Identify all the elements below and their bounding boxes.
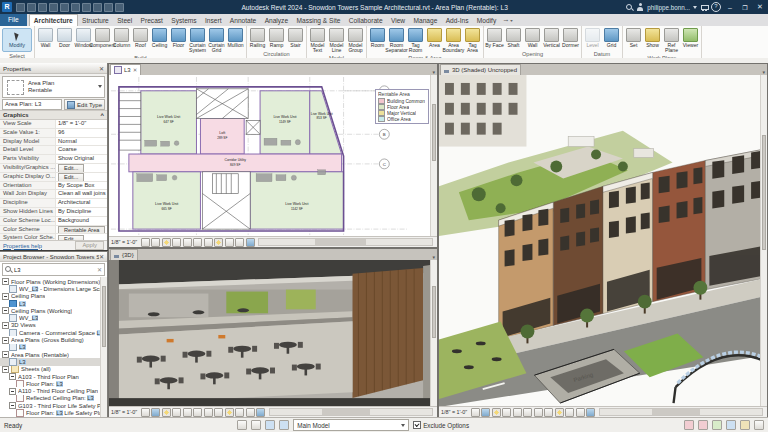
shaft-button[interactable]: Shaft (504, 27, 523, 48)
horizontal-scrollbar[interactable] (269, 408, 433, 416)
floor-button[interactable]: Floor (169, 27, 188, 48)
railing-button[interactable]: Railing (248, 27, 267, 48)
room-separator-button[interactable]: Room Separator (387, 27, 406, 54)
collapse-icon[interactable] (9, 373, 16, 380)
print-icon[interactable] (60, 3, 69, 12)
scale-control[interactable]: 1/8" = 1'-0" (111, 409, 137, 415)
undo-icon[interactable] (38, 3, 47, 12)
close-properties-icon[interactable] (99, 65, 104, 72)
select-pinned-icon[interactable] (712, 420, 722, 430)
measure-icon[interactable] (71, 3, 80, 12)
browser-search-input[interactable] (14, 267, 95, 273)
browser-view-item[interactable]: WV_L3 (0, 314, 107, 321)
collapse-icon[interactable] (2, 322, 9, 329)
model-text-button[interactable]: Model Text (308, 27, 327, 54)
temporary-view-properties-icon[interactable] (235, 238, 244, 247)
revit-logo-icon[interactable] (2, 2, 12, 12)
collapse-icon[interactable] (2, 366, 9, 373)
temporary-hide-isolate-icon[interactable] (225, 408, 234, 417)
user-menu-caret-icon[interactable] (693, 6, 697, 9)
type-selector[interactable]: Area Plan Rentable (2, 76, 105, 98)
property-value[interactable]: By Scope Box (56, 182, 107, 190)
worksharing-icon[interactable] (237, 420, 247, 430)
displacement-icon[interactable] (246, 238, 255, 247)
close-button[interactable] (754, 2, 766, 13)
design-option-select[interactable]: Main Model (293, 419, 409, 431)
design-options-icon[interactable] (279, 420, 289, 430)
model-line-button[interactable]: Model Line (327, 27, 346, 54)
exclude-options-control[interactable]: Exclude Options (413, 421, 469, 429)
save-icon[interactable] (27, 3, 36, 12)
detail-level-icon[interactable] (141, 408, 150, 417)
browser-sheet-item[interactable]: A103 - Third Floor Plan (0, 373, 107, 380)
door-button[interactable]: Door (55, 27, 74, 48)
area-boundary-button[interactable]: Area Boundary (444, 27, 463, 54)
tab-systems[interactable]: Systems (167, 15, 201, 26)
tab-l3[interactable]: L3 (110, 64, 141, 75)
scale-control[interactable]: 1/8" = 1'-0" (111, 239, 137, 245)
minimize-button[interactable] (724, 2, 736, 13)
edit-type-button[interactable]: Edit Type (64, 99, 105, 110)
set-button[interactable]: Set (624, 27, 643, 48)
close-tab-icon[interactable] (133, 67, 138, 73)
roof-button[interactable]: Roof (131, 27, 150, 48)
browser-category-sheets[interactable]: Sheets (all) (0, 366, 107, 373)
model-group-button[interactable]: Model Group (346, 27, 365, 54)
property-value[interactable]: By Discipline (56, 208, 107, 216)
reveal-hidden-icon[interactable] (235, 408, 244, 417)
sun-path-icon[interactable] (162, 238, 171, 247)
visual-style-icon[interactable] (151, 408, 160, 417)
open-icon[interactable] (16, 3, 25, 12)
shaded-3d-canvas[interactable]: Parking (439, 75, 767, 407)
shadows-icon[interactable] (172, 408, 181, 417)
shadows-icon[interactable] (172, 238, 181, 247)
tab-annotate[interactable]: Annotate (226, 15, 261, 26)
exclude-options-checkbox[interactable] (413, 421, 421, 429)
collapse-icon[interactable] (2, 293, 9, 300)
temporary-view-properties-icon[interactable] (246, 408, 255, 417)
section-3d-canvas[interactable] (109, 260, 437, 407)
horizontal-scrollbar[interactable] (599, 408, 763, 416)
browser-scrollbar[interactable] (100, 277, 107, 419)
displacement-icon[interactable] (586, 408, 595, 417)
color-fill-legend[interactable]: Rentable Area Building Common Floor Area… (375, 89, 429, 124)
avatar[interactable] (636, 3, 644, 11)
visual-style-icon[interactable] (481, 408, 490, 417)
browser-view-item[interactable]: L3 (0, 300, 107, 307)
scale-control[interactable]: 1/8" = 1'-0" (441, 409, 467, 415)
stair-button[interactable]: Stair (286, 27, 305, 48)
horizontal-scrollbar[interactable] (258, 238, 433, 246)
show-crop-region-icon[interactable] (204, 408, 213, 417)
room-button[interactable]: Room (368, 27, 387, 48)
modify-button[interactable]: Modify (2, 28, 32, 52)
reveal-hidden-icon[interactable] (565, 408, 574, 417)
browser-sheet-view-item[interactable]: Reflected Ceiling Plan: L3 (0, 395, 107, 402)
ramp-button[interactable]: Ramp (267, 27, 286, 48)
ref-plane-button[interactable]: Ref Plane (662, 27, 681, 54)
select-by-face-icon[interactable] (726, 420, 736, 430)
collapse-icon[interactable] (2, 351, 9, 358)
active-workset-icon[interactable] (265, 420, 275, 430)
tab-add-ins[interactable]: Add-Ins (442, 15, 473, 26)
clear-search-icon[interactable] (97, 266, 102, 273)
browser-sheet-item[interactable]: G103 - Third Floor Life Safety Plan (0, 402, 107, 409)
browser-view-item[interactable]: WV_L3 - Dimensions Large Scale (0, 285, 107, 292)
browser-view-item-current[interactable]: L3 (0, 358, 107, 365)
shadows-icon[interactable] (502, 408, 511, 417)
crop-view-icon[interactable] (183, 238, 192, 247)
grid-button[interactable]: Grid (602, 27, 621, 48)
ceiling-button[interactable]: Ceiling (150, 27, 169, 48)
modify-options-icon[interactable] (503, 15, 512, 26)
crop-view-icon[interactable] (523, 408, 532, 417)
vertical-scrollbar[interactable] (430, 260, 437, 407)
view-selector[interactable]: Area Plan: L3 (2, 99, 62, 110)
drag-on-selection-icon[interactable] (740, 420, 750, 430)
show-crop-region-icon[interactable] (534, 408, 543, 417)
property-value[interactable]: 1/8" = 1'-0" (56, 120, 107, 128)
text-icon[interactable] (93, 3, 102, 12)
visual-style-icon[interactable] (151, 238, 160, 247)
tag-area-button[interactable]: Tag Area (463, 27, 482, 54)
tab-collaborate[interactable]: Collaborate (345, 15, 387, 26)
restore-button[interactable] (739, 2, 751, 13)
redo-icon[interactable] (49, 3, 58, 12)
